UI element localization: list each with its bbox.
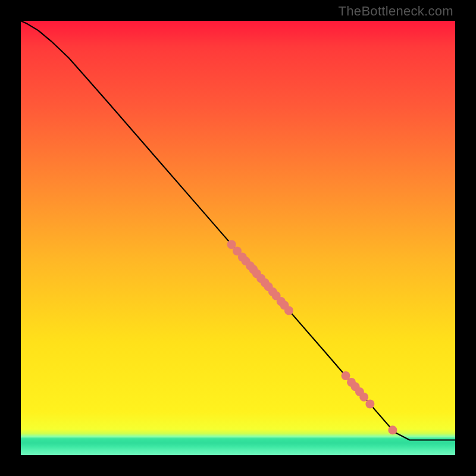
data-point — [284, 306, 293, 315]
chart-svg — [21, 21, 455, 455]
data-point — [365, 399, 374, 408]
chart-frame: TheBottleneck.com — [0, 0, 476, 476]
plot-area — [21, 21, 455, 455]
trend-line — [21, 21, 455, 440]
watermark-text: TheBottleneck.com — [339, 4, 453, 19]
data-point — [388, 425, 397, 434]
data-point — [359, 393, 368, 402]
